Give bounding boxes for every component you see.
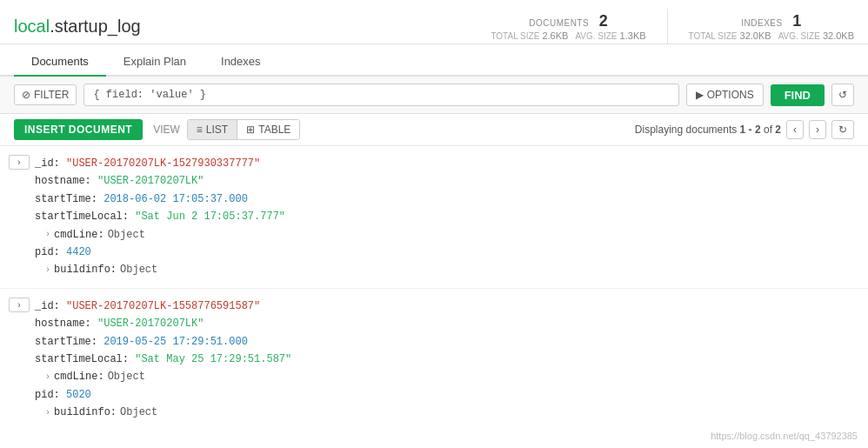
indexes-size-group: TOTAL SIZE 32.0KB AVG. SIZE 32.0KB: [689, 30, 854, 41]
view-toolbar: INSERT DOCUMENT VIEW ≡ LIST ⊞ TABLE Disp…: [0, 114, 868, 146]
docs-total-size: TOTAL SIZE 2.6KB: [491, 30, 568, 41]
header-stats: DOCUMENTS 2 TOTAL SIZE 2.6KB AVG. SIZE 1…: [491, 9, 854, 43]
insert-document-button[interactable]: INSERT DOCUMENT: [14, 119, 143, 140]
stat-divider: [667, 9, 668, 43]
table-view-button[interactable]: ⊞ TABLE: [237, 120, 299, 139]
filter-button[interactable]: ⊘ FILTER: [14, 84, 77, 105]
list-view-button[interactable]: ≡ LIST: [188, 120, 237, 139]
doc-field: pid: 5020: [35, 386, 854, 404]
find-button[interactable]: FIND: [771, 84, 825, 106]
table-label: TABLE: [258, 124, 290, 136]
reset-button[interactable]: ↺: [831, 84, 854, 106]
docs-label: DOCUMENTS: [529, 18, 589, 28]
docs-count-row: DOCUMENTS 2: [529, 12, 608, 30]
table-row: › _id: "USER-20170207LK-1527930337777" h…: [0, 146, 868, 289]
indexes-stat: INDEXES 1 TOTAL SIZE 32.0KB AVG. SIZE 32…: [689, 12, 854, 41]
doc-field: _id: "USER-20170207LK-1527930337777": [35, 155, 854, 172]
docs-avg-size: AVG. SIZE 1.3KB: [575, 30, 645, 41]
doc-field: hostname: "USER-20170207LK": [35, 172, 854, 190]
list-label: LIST: [206, 124, 228, 136]
doc-field-nested[interactable]: ›buildinfo: Object: [35, 261, 854, 278]
docs-count: 2: [599, 12, 608, 30]
doc-expand-button[interactable]: ›: [9, 155, 30, 170]
next-page-button[interactable]: ›: [809, 120, 826, 139]
list-icon: ≡: [197, 124, 203, 136]
docs-stat: DOCUMENTS 2 TOTAL SIZE 2.6KB AVG. SIZE 1…: [491, 12, 645, 41]
doc-clone-button[interactable]: ⊞: [814, 298, 834, 316]
tab-explain-plan[interactable]: Explain Plan: [106, 48, 204, 77]
db-collection: startup_log: [55, 17, 141, 36]
doc-edit-button[interactable]: ✎: [768, 155, 788, 173]
watermark: https://blog.csdn.net/qq_43792385: [711, 431, 858, 441]
indexes-label: INDEXES: [741, 18, 782, 28]
indexes-count: 1: [792, 12, 801, 30]
db-title: local.startup_log: [14, 17, 141, 37]
tab-indexes[interactable]: Indexes: [204, 48, 278, 77]
doc-field: pid: 4420: [35, 244, 854, 261]
view-toggle: ≡ LIST ⊞ TABLE: [187, 119, 300, 140]
view-left: INSERT DOCUMENT VIEW ≡ LIST ⊞ TABLE: [14, 119, 300, 140]
filter-label: FILTER: [34, 89, 69, 101]
view-right: Displaying documents 1 - 2 of 2 ‹ › ↻: [635, 120, 854, 139]
options-arrow-icon: ▶: [696, 89, 704, 101]
doc-field-nested[interactable]: ›cmdLine: Object: [35, 226, 854, 244]
filter-icon: ⊘: [22, 89, 30, 101]
db-local: local: [14, 17, 50, 36]
expand-arrow-icon: ›: [45, 370, 50, 384]
doc-field: _id: "USER-20170207LK-1558776591587": [35, 298, 854, 315]
indexes-avg-size: AVG. SIZE 32.0KB: [778, 30, 854, 41]
prev-page-button[interactable]: ‹: [786, 120, 804, 139]
doc-content: _id: "USER-20170207LK-1527930337777" hos…: [35, 155, 854, 279]
doc-clone-button[interactable]: ⊞: [814, 155, 834, 173]
doc-field: startTime: 2018-06-02 17:05:37.000: [35, 191, 854, 208]
doc-copy-button[interactable]: ⧉: [791, 155, 811, 173]
docs-size-group: TOTAL SIZE 2.6KB AVG. SIZE 1.3KB: [491, 30, 645, 41]
refresh-button[interactable]: ↻: [831, 120, 854, 139]
doc-field: startTimeLocal: "Sat May 25 17:29:51.587…: [35, 351, 854, 368]
options-label: OPTIONS: [707, 89, 754, 101]
table-icon: ⊞: [246, 124, 255, 136]
tabs: Documents Explain Plan Indexes: [0, 48, 868, 77]
indexes-total-size: TOTAL SIZE 32.0KB: [689, 30, 771, 41]
documents-area: › _id: "USER-20170207LK-1527930337777" h…: [0, 146, 868, 424]
doc-field: startTimeLocal: "Sat Jun 2 17:05:37.777": [35, 208, 854, 225]
tab-documents[interactable]: Documents: [14, 48, 106, 77]
doc-expand-button[interactable]: ›: [9, 298, 30, 312]
doc-delete-button[interactable]: ✕: [838, 298, 858, 316]
indexes-count-row: INDEXES 1: [741, 12, 801, 30]
doc-field-nested[interactable]: ›cmdLine: Object: [35, 368, 854, 385]
expand-arrow-icon: ›: [45, 263, 50, 277]
header: local.startup_log DOCUMENTS 2 TOTAL SIZE…: [0, 0, 868, 44]
doc-field: startTime: 2019-05-25 17:29:51.000: [35, 333, 854, 351]
filter-input[interactable]: [83, 84, 678, 106]
doc-copy-button[interactable]: ⧉: [791, 298, 811, 316]
table-row: › _id: "USER-20170207LK-1558776591587" h…: [0, 289, 868, 424]
doc-field-nested[interactable]: ›buildinfo: Object: [35, 404, 854, 421]
displaying-text: Displaying documents 1 - 2 of 2: [635, 124, 781, 136]
expand-arrow-icon: ›: [45, 227, 50, 242]
expand-arrow-icon: ›: [45, 405, 50, 420]
doc-field: hostname: "USER-20170207LK": [35, 315, 854, 332]
doc-delete-button[interactable]: ✕: [838, 155, 858, 173]
options-button[interactable]: ▶ OPTIONS: [686, 84, 764, 106]
filter-toolbar: ⊘ FILTER ▶ OPTIONS FIND ↺: [0, 77, 868, 114]
doc-content: _id: "USER-20170207LK-1558776591587" hos…: [35, 298, 854, 422]
view-label: VIEW: [153, 124, 180, 136]
doc-edit-button[interactable]: ✎: [768, 298, 788, 316]
